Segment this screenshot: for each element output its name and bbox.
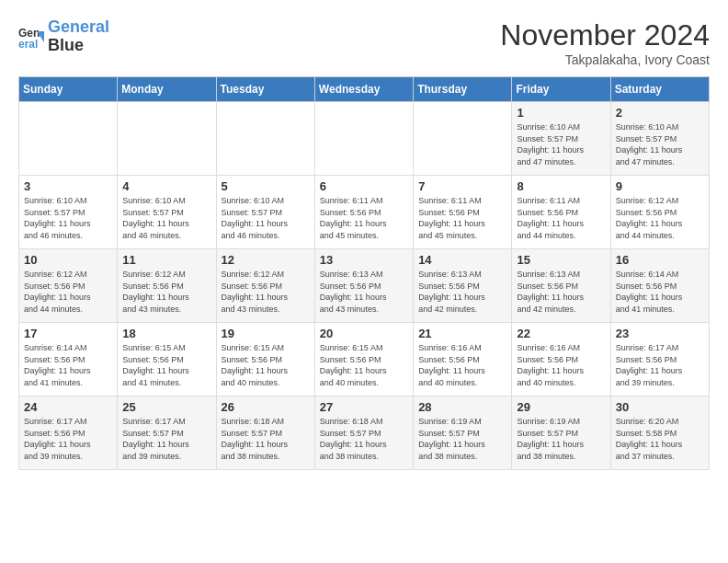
calendar-header: Sunday Monday Tuesday Wednesday Thursday… (19, 77, 710, 102)
calendar-cell: 25Sunrise: 6:17 AM Sunset: 5:57 PM Dayli… (118, 396, 216, 470)
day-number: 24 (24, 400, 112, 414)
day-number: 22 (517, 327, 605, 340)
day-number: 21 (418, 327, 506, 340)
day-number: 10 (24, 253, 112, 267)
day-info: Sunrise: 6:12 AM Sunset: 5:56 PM Dayligh… (122, 269, 210, 315)
calendar-cell: 28Sunrise: 6:19 AM Sunset: 5:57 PM Dayli… (414, 396, 512, 470)
title-block: November 2024 Takpalakaha, Ivory Coast (500, 18, 710, 67)
calendar-cell: 26Sunrise: 6:18 AM Sunset: 5:57 PM Dayli… (216, 396, 314, 470)
calendar-cell: 30Sunrise: 6:20 AM Sunset: 5:58 PM Dayli… (610, 396, 709, 470)
day-number: 17 (24, 327, 112, 340)
day-info: Sunrise: 6:17 AM Sunset: 5:56 PM Dayligh… (24, 416, 112, 462)
header-tuesday: Tuesday (216, 77, 314, 102)
day-number: 6 (320, 179, 408, 193)
day-info: Sunrise: 6:15 AM Sunset: 5:56 PM Dayligh… (122, 342, 210, 388)
calendar-cell: 21Sunrise: 6:16 AM Sunset: 5:56 PM Dayli… (414, 323, 512, 396)
logo: Gen eral General Blue (18, 18, 109, 55)
day-number: 9 (616, 179, 704, 193)
calendar-cell: 17Sunrise: 6:14 AM Sunset: 5:56 PM Dayli… (19, 323, 118, 396)
day-info: Sunrise: 6:15 AM Sunset: 5:56 PM Dayligh… (320, 342, 408, 388)
calendar-cell: 27Sunrise: 6:18 AM Sunset: 5:57 PM Dayli… (314, 396, 413, 470)
day-info: Sunrise: 6:18 AM Sunset: 5:57 PM Dayligh… (320, 416, 408, 462)
calendar-cell (414, 102, 512, 176)
calendar-week-5: 24Sunrise: 6:17 AM Sunset: 5:56 PM Dayli… (19, 396, 710, 470)
calendar-cell: 18Sunrise: 6:15 AM Sunset: 5:56 PM Dayli… (118, 323, 216, 396)
day-number: 13 (320, 253, 408, 267)
day-info: Sunrise: 6:17 AM Sunset: 5:57 PM Dayligh… (122, 416, 210, 462)
logo-icon: Gen eral (18, 24, 44, 50)
calendar-cell: 13Sunrise: 6:13 AM Sunset: 5:56 PM Dayli… (314, 249, 413, 323)
day-number: 3 (24, 179, 112, 193)
header-thursday: Thursday (414, 77, 512, 102)
day-number: 30 (616, 400, 704, 414)
calendar-cell: 1Sunrise: 6:10 AM Sunset: 5:57 PM Daylig… (512, 102, 610, 176)
day-number: 23 (616, 327, 704, 340)
header-saturday: Saturday (610, 77, 709, 102)
day-info: Sunrise: 6:16 AM Sunset: 5:56 PM Dayligh… (418, 342, 506, 388)
calendar-body: 1Sunrise: 6:10 AM Sunset: 5:57 PM Daylig… (19, 102, 710, 470)
day-info: Sunrise: 6:16 AM Sunset: 5:56 PM Dayligh… (517, 342, 605, 388)
calendar-cell: 4Sunrise: 6:10 AM Sunset: 5:57 PM Daylig… (118, 176, 216, 249)
day-info: Sunrise: 6:18 AM Sunset: 5:57 PM Dayligh… (222, 416, 310, 462)
day-info: Sunrise: 6:10 AM Sunset: 5:57 PM Dayligh… (222, 195, 310, 241)
day-number: 29 (517, 400, 605, 414)
day-number: 12 (222, 253, 310, 267)
calendar-cell: 11Sunrise: 6:12 AM Sunset: 5:56 PM Dayli… (118, 249, 216, 323)
calendar-cell: 16Sunrise: 6:14 AM Sunset: 5:56 PM Dayli… (610, 249, 709, 323)
day-info: Sunrise: 6:10 AM Sunset: 5:57 PM Dayligh… (24, 195, 112, 241)
calendar-cell: 23Sunrise: 6:17 AM Sunset: 5:56 PM Dayli… (610, 323, 709, 396)
calendar-cell: 12Sunrise: 6:12 AM Sunset: 5:56 PM Dayli… (216, 249, 314, 323)
day-number: 14 (418, 253, 506, 267)
day-info: Sunrise: 6:13 AM Sunset: 5:56 PM Dayligh… (320, 269, 408, 315)
day-info: Sunrise: 6:11 AM Sunset: 5:56 PM Dayligh… (418, 195, 506, 241)
day-info: Sunrise: 6:11 AM Sunset: 5:56 PM Dayligh… (517, 195, 605, 241)
day-number: 25 (122, 400, 210, 414)
day-number: 19 (222, 327, 310, 340)
header-row: Sunday Monday Tuesday Wednesday Thursday… (19, 77, 710, 102)
header-sunday: Sunday (19, 77, 118, 102)
day-info: Sunrise: 6:19 AM Sunset: 5:57 PM Dayligh… (418, 416, 506, 462)
day-info: Sunrise: 6:12 AM Sunset: 5:56 PM Dayligh… (616, 195, 704, 241)
header-friday: Friday (512, 77, 610, 102)
day-info: Sunrise: 6:13 AM Sunset: 5:56 PM Dayligh… (418, 269, 506, 315)
day-number: 28 (418, 400, 506, 414)
day-number: 8 (517, 179, 605, 193)
calendar-week-4: 17Sunrise: 6:14 AM Sunset: 5:56 PM Dayli… (19, 323, 710, 396)
day-info: Sunrise: 6:14 AM Sunset: 5:56 PM Dayligh… (24, 342, 112, 388)
day-info: Sunrise: 6:11 AM Sunset: 5:56 PM Dayligh… (320, 195, 408, 241)
calendar-week-2: 3Sunrise: 6:10 AM Sunset: 5:57 PM Daylig… (19, 176, 710, 249)
calendar-cell: 8Sunrise: 6:11 AM Sunset: 5:56 PM Daylig… (512, 176, 610, 249)
day-info: Sunrise: 6:19 AM Sunset: 5:57 PM Dayligh… (517, 416, 605, 462)
calendar-week-1: 1Sunrise: 6:10 AM Sunset: 5:57 PM Daylig… (19, 102, 710, 176)
logo-text-line2: Blue (48, 37, 109, 55)
day-info: Sunrise: 6:17 AM Sunset: 5:56 PM Dayligh… (616, 342, 704, 388)
day-number: 1 (517, 106, 605, 120)
day-number: 16 (616, 253, 704, 267)
day-info: Sunrise: 6:12 AM Sunset: 5:56 PM Dayligh… (222, 269, 310, 315)
day-number: 27 (320, 400, 408, 414)
month-title: November 2024 (500, 18, 710, 52)
calendar-cell: 9Sunrise: 6:12 AM Sunset: 5:56 PM Daylig… (610, 176, 709, 249)
calendar-cell: 10Sunrise: 6:12 AM Sunset: 5:56 PM Dayli… (19, 249, 118, 323)
calendar-cell: 24Sunrise: 6:17 AM Sunset: 5:56 PM Dayli… (19, 396, 118, 470)
page-header: Gen eral General Blue November 2024 Takp… (18, 18, 710, 67)
day-info: Sunrise: 6:10 AM Sunset: 5:57 PM Dayligh… (616, 121, 704, 167)
calendar-cell: 19Sunrise: 6:15 AM Sunset: 5:56 PM Dayli… (216, 323, 314, 396)
calendar-cell: 6Sunrise: 6:11 AM Sunset: 5:56 PM Daylig… (314, 176, 413, 249)
calendar-table: Sunday Monday Tuesday Wednesday Thursday… (18, 76, 710, 470)
calendar-cell (118, 102, 216, 176)
day-info: Sunrise: 6:10 AM Sunset: 5:57 PM Dayligh… (122, 195, 210, 241)
calendar-cell: 3Sunrise: 6:10 AM Sunset: 5:57 PM Daylig… (19, 176, 118, 249)
day-info: Sunrise: 6:15 AM Sunset: 5:56 PM Dayligh… (222, 342, 310, 388)
calendar-cell (19, 102, 118, 176)
header-wednesday: Wednesday (314, 77, 413, 102)
header-monday: Monday (118, 77, 216, 102)
day-number: 15 (517, 253, 605, 267)
location: Takpalakaha, Ivory Coast (500, 52, 710, 67)
day-info: Sunrise: 6:20 AM Sunset: 5:58 PM Dayligh… (616, 416, 704, 462)
calendar-cell: 15Sunrise: 6:13 AM Sunset: 5:56 PM Dayli… (512, 249, 610, 323)
calendar-cell: 5Sunrise: 6:10 AM Sunset: 5:57 PM Daylig… (216, 176, 314, 249)
day-info: Sunrise: 6:12 AM Sunset: 5:56 PM Dayligh… (24, 269, 112, 315)
calendar-week-3: 10Sunrise: 6:12 AM Sunset: 5:56 PM Dayli… (19, 249, 710, 323)
calendar-cell: 7Sunrise: 6:11 AM Sunset: 5:56 PM Daylig… (414, 176, 512, 249)
